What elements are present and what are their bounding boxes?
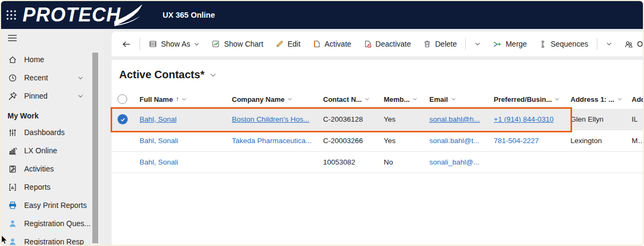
sidebar-item-registration-questions[interactable]: Registration Ques... <box>1 214 103 233</box>
show-chart-button[interactable]: Show Chart <box>206 36 269 52</box>
column-header-member[interactable]: Memb... <box>384 95 429 103</box>
table-row[interactable]: Bahl, Sonali 10053082 No sonali_bahl@... <box>112 152 643 173</box>
column-header-email[interactable]: Email <box>429 95 494 103</box>
sidebar-item-activities[interactable]: Activities <box>1 160 103 178</box>
member-cell: No <box>384 158 429 166</box>
sidebar-item-home[interactable]: Home <box>1 50 103 69</box>
registration-icon <box>8 219 17 228</box>
chevron-down-icon <box>364 96 370 102</box>
sidebar-item-label: Easy Print Reports <box>24 201 87 210</box>
app-name: UX 365 Online <box>163 11 215 19</box>
edit-label: Edit <box>288 40 301 48</box>
reports-icon <box>8 183 17 192</box>
app-window: PROTECH UX 365 Online Home Recent <box>0 0 644 246</box>
sequences-button[interactable]: Sequences <box>533 36 594 52</box>
column-header-address1[interactable]: Address 1: ... <box>570 95 632 103</box>
table-row[interactable]: Bahl, Sonal Boston Children's Hos... C-2… <box>112 109 643 130</box>
more-commands-button[interactable] <box>469 37 487 51</box>
main-area: Show As Show Chart Edit Activate Deactiv… <box>103 29 643 245</box>
column-label: Contact N... <box>323 95 362 103</box>
chevron-down-icon <box>287 96 292 102</box>
email-link[interactable]: sonal.bahl@h... <box>429 115 494 123</box>
sidebar-item-recent[interactable]: Recent <box>1 69 103 87</box>
registration-icon <box>8 237 17 245</box>
company-link[interactable]: Takeda Pharmaceutica... <box>232 137 323 145</box>
printer-icon <box>8 201 17 210</box>
view-selector[interactable]: Active Contacts* <box>112 60 643 81</box>
company-link[interactable]: Boston Children's Hos... <box>232 115 323 123</box>
member-cell: Yes <box>384 137 429 145</box>
column-label: Add <box>632 95 643 103</box>
sidebar-item-registration-responses[interactable]: Registration Resp <box>1 233 103 245</box>
logo-text: PROTECH <box>23 1 121 29</box>
waffle-icon[interactable] <box>1 1 21 29</box>
full-name-link[interactable]: Bahl, Sonal <box>140 115 232 123</box>
chevron-down-icon[interactable] <box>77 93 84 99</box>
sidebar-item-lx-online[interactable]: LX Online <box>1 141 103 160</box>
column-header-full-name[interactable]: Full Name ↑ <box>140 95 232 103</box>
sidebar-scrollbar-thumb[interactable] <box>92 53 98 243</box>
merge-icon <box>493 40 502 49</box>
chevron-down-icon <box>617 96 623 102</box>
delete-button[interactable]: Delete <box>417 36 463 52</box>
home-icon <box>8 55 17 64</box>
chevron-down-icon[interactable] <box>77 74 84 81</box>
phone-link[interactable]: 781-504-2227 <box>494 137 570 145</box>
page-title: Active Contacts* <box>119 69 204 81</box>
sidebar-item-label: Activities <box>24 165 54 173</box>
column-label: Company Name <box>232 95 284 103</box>
table-row[interactable]: Bahl, Sonali Takeda Pharmaceutica... C-2… <box>112 130 643 152</box>
command-bar: Show As Show Chart Edit Activate Deactiv… <box>112 32 643 56</box>
chevron-down-icon <box>194 41 200 47</box>
edit-pencil-icon <box>275 40 284 48</box>
merge-button[interactable]: Merge <box>487 36 533 53</box>
mouse-cursor <box>1 235 8 244</box>
hamburger-icon <box>8 34 17 42</box>
sidebar-item-label: Registration Ques... <box>24 219 91 228</box>
column-label: Address 1: ... <box>570 95 614 103</box>
sidebar-section-my-work: My Work <box>1 105 103 123</box>
column-header-address2[interactable]: Add <box>632 95 643 103</box>
email-link[interactable]: sonali_bahl@... <box>429 158 494 166</box>
activate-button[interactable]: Activate <box>306 36 357 52</box>
sidebar-collapse-button[interactable] <box>1 29 103 47</box>
sequences-icon <box>539 40 547 48</box>
column-header-company-name[interactable]: Company Name <box>232 95 323 103</box>
show-chart-label: Show Chart <box>224 40 263 48</box>
more-commands-button[interactable] <box>600 37 618 51</box>
sidebar-item-dashboards[interactable]: Dashboards <box>1 123 103 141</box>
open-org-label: Open org <box>637 40 643 48</box>
edit-button[interactable]: Edit <box>269 36 306 52</box>
contacts-grid: Full Name ↑ Company Name Contact N... Me… <box>112 90 643 173</box>
select-all-checkbox[interactable] <box>118 94 127 104</box>
email-link[interactable]: sonali.bahl@t... <box>429 137 494 145</box>
sidebar-item-reports[interactable]: Reports <box>1 178 103 196</box>
column-header-preferred-phone[interactable]: Preferred/Busin... <box>494 95 570 103</box>
open-org-button[interactable]: Open org <box>618 36 643 53</box>
merge-label: Merge <box>506 40 527 48</box>
phone-link[interactable]: +1 (914) 844-0310 <box>494 115 570 123</box>
sort-ascending-icon: ↑ <box>175 95 179 103</box>
show-as-icon <box>149 40 157 48</box>
sidebar: Home Recent Pinned My Work Da <box>1 29 103 245</box>
deactivate-button[interactable]: Deactivate <box>357 36 417 52</box>
full-name-link[interactable]: Bahl, Sonali <box>140 158 232 166</box>
full-name-link[interactable]: Bahl, Sonali <box>140 137 232 145</box>
sidebar-scrollbar[interactable] <box>92 51 99 245</box>
state-cell: MA <box>632 137 643 145</box>
command-divider <box>140 38 140 50</box>
chevron-down-icon <box>181 96 187 102</box>
back-arrow-icon <box>122 40 131 49</box>
activate-icon <box>312 40 321 48</box>
column-header-contact-number[interactable]: Contact N... <box>323 95 384 103</box>
contact-number-cell: C-20036128 <box>323 115 384 123</box>
back-button[interactable] <box>116 36 137 53</box>
sidebar-item-easy-print-reports[interactable]: Easy Print Reports <box>1 196 103 214</box>
sidebar-item-pinned[interactable]: Pinned <box>1 87 103 105</box>
sidebar-item-label: Home <box>24 55 44 64</box>
column-label: Preferred/Busin... <box>494 95 552 103</box>
logo-swoosh-icon <box>114 2 152 27</box>
row-checkbox-checked[interactable] <box>118 114 128 124</box>
deactivate-icon <box>363 40 372 48</box>
show-as-button[interactable]: Show As <box>143 36 206 52</box>
